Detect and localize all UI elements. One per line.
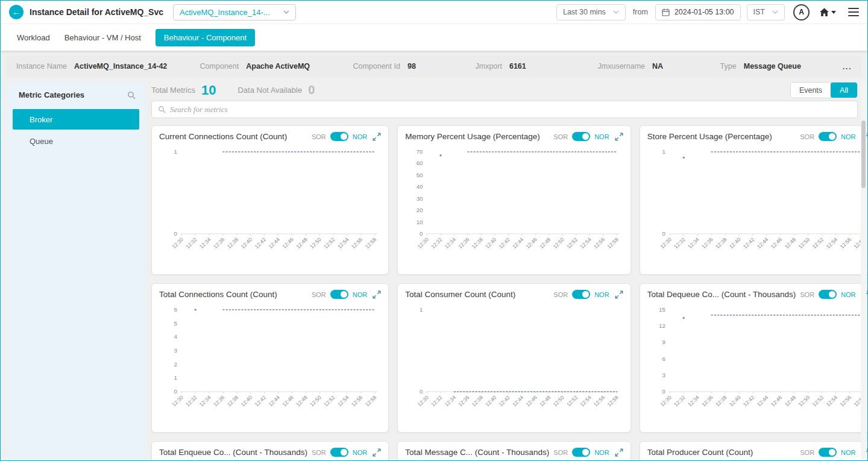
more-options-button[interactable]: ... [843,62,852,71]
back-arrow-icon: ← [12,7,20,17]
vertical-scrollbar[interactable] [861,81,866,459]
metrics-search-input[interactable] [170,105,851,114]
svg-text:12:50: 12:50 [797,394,811,407]
metric-card: Total Dequeue Co... (Count - Thousands)S… [640,283,868,433]
svg-text:12:42: 12:42 [498,236,512,249]
metric-card-header: Total Connections Count (Count)SORNOR [159,290,381,299]
metrics-filter-group: Events All [790,82,858,98]
sor-nor-toggle[interactable] [572,448,590,457]
metric-card: Memory Percent Usage (Percentage)SORNOR7… [397,125,631,275]
metrics-search[interactable] [151,101,858,118]
svg-text:70: 70 [417,148,423,155]
sor-nor-toggle[interactable] [819,448,837,457]
svg-text:12:54: 12:54 [579,236,593,249]
sor-nor-toggle[interactable] [819,132,837,141]
svg-text:12:38: 12:38 [714,236,728,249]
svg-text:12:30: 12:30 [171,236,184,249]
events-button[interactable]: Events [791,83,831,98]
metric-chart: 1012:3012:3212:3412:3612:3812:4012:4212:… [405,301,623,421]
svg-text:12:56: 12:56 [350,394,364,407]
info-field: Type Message Queue [720,62,843,71]
sidebar-item-broker[interactable]: Broker [13,109,139,130]
instance-dropdown[interactable]: ActiveMQ_Instance_14-... [173,4,296,20]
home-button[interactable] [819,8,836,17]
svg-text:12:50: 12:50 [797,236,811,249]
svg-text:1: 1 [662,148,665,155]
svg-text:12:34: 12:34 [198,236,212,249]
info-field-value: Apache ActiveMQ [246,62,310,71]
avatar[interactable]: A [793,4,810,20]
sor-nor-toggle[interactable] [330,290,348,299]
svg-text:0: 0 [662,388,665,395]
sor-nor-toggle[interactable] [819,290,837,299]
search-icon[interactable] [127,91,136,99]
info-field-label: Type [720,62,737,71]
svg-text:9: 9 [662,339,665,346]
svg-text:10: 10 [417,219,423,225]
sor-nor-toggle[interactable] [572,132,590,141]
sor-nor-toggle[interactable] [330,448,348,457]
svg-text:12:36: 12:36 [457,394,471,407]
metric-card: Total Message C... (Count - Thousands)SO… [397,441,631,461]
search-icon [158,105,166,113]
nor-label: NOR [594,449,609,456]
info-field: Instance Name ActiveMQ_Instance_14-42 [16,62,200,71]
svg-text:12:58: 12:58 [364,236,378,249]
svg-text:12:58: 12:58 [606,236,620,249]
svg-text:12: 12 [659,322,665,329]
nor-label: NOR [594,291,609,298]
info-field-value: 6161 [509,62,526,71]
menu-icon[interactable] [848,8,859,17]
svg-text:40: 40 [417,183,423,190]
svg-text:12:34: 12:34 [444,236,458,249]
datetime-picker[interactable]: 2024-01-05 13:00 [655,4,741,20]
expand-icon[interactable] [373,448,381,457]
metric-card: Total Connections Count (Count)SORNOR654… [151,283,389,433]
metric-card: Current Connections Count (Count)SORNOR1… [151,125,389,275]
svg-text:12:46: 12:46 [281,394,295,407]
tab-behaviour-vm-host[interactable]: Behaviour - VM / Host [64,29,141,46]
svg-text:12:50: 12:50 [552,236,566,249]
sor-nor-toggle[interactable] [330,132,348,141]
metric-chart: 1012:3012:3212:3412:3612:3812:4012:4212:… [647,143,868,263]
sidebar-item-queue[interactable]: Queue [7,131,145,151]
svg-text:1: 1 [174,148,177,155]
toggle-knob [341,133,347,140]
svg-text:12:38: 12:38 [226,394,240,407]
metric-card-header: Total Consumer Count (Count)SORNOR [405,290,623,299]
svg-text:12:54: 12:54 [825,236,838,249]
back-button[interactable]: ← [9,5,24,19]
all-button[interactable]: All [831,83,857,98]
expand-icon[interactable] [615,133,623,141]
svg-text:12:46: 12:46 [525,394,539,407]
chevron-down-icon [283,10,289,14]
svg-text:20: 20 [417,207,423,213]
info-field: Component Apache ActiveMQ [200,62,353,71]
expand-icon[interactable] [373,133,381,141]
metric-card: Total Producer Count (Count)SORNOR [640,441,868,461]
svg-text:12:42: 12:42 [253,394,267,407]
expand-icon[interactable] [373,290,381,299]
svg-text:4: 4 [174,333,178,340]
info-field-label: Jmxport [475,62,502,71]
tab-workload[interactable]: Workload [17,29,50,46]
total-metrics-value: 10 [201,83,216,98]
svg-text:3: 3 [662,372,665,378]
svg-text:12:32: 12:32 [673,394,687,407]
sor-nor-toggle[interactable] [572,290,590,299]
metric-card-title: Total Dequeue Co... (Count - Thousands) [647,290,796,299]
svg-text:12:56: 12:56 [350,236,364,249]
tab-bar: Workload Behaviour - VM / Host Behaviour… [1,24,867,51]
timezone-value: IST [753,8,765,16]
nor-label: NOR [841,133,855,140]
timezone-dropdown[interactable]: IST [747,4,785,20]
expand-icon[interactable] [615,448,623,457]
svg-text:12:52: 12:52 [565,394,579,407]
time-range-dropdown[interactable]: Last 30 mins [556,4,626,20]
svg-text:12:32: 12:32 [184,394,198,407]
scrollbar-thumb[interactable] [861,121,866,188]
tab-behaviour-component[interactable]: Behaviour - Component [156,29,255,46]
expand-icon[interactable] [615,290,623,299]
metric-card: Store Percent Usage (Percentage)SORNOR10… [640,125,868,275]
time-range-value: Last 30 mins [563,8,606,16]
